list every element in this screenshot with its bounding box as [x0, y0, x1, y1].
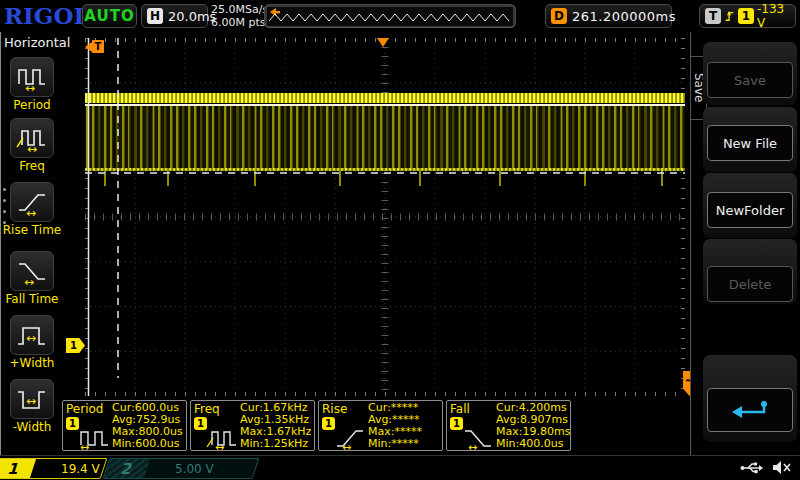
trigger-badge: T: [705, 8, 721, 24]
status-bar: RIGOL AUTO H 20.0ms 25.0MSa/s 6.00M pts …: [0, 0, 800, 32]
new-file-button[interactable]: New File: [707, 125, 793, 161]
channel2-status[interactable]: 2 5.00 V: [103, 458, 260, 479]
waveform-display[interactable]: T: [85, 38, 685, 396]
menu-item-plus-width[interactable]: ↔ +Width: [1, 315, 63, 370]
usb-icon: [740, 459, 764, 476]
menu-item-fall-time[interactable]: ↔ Fall Time: [1, 251, 63, 306]
graticule-grid: [85, 38, 685, 396]
sample-rate: 25.0MSa/s: [211, 3, 268, 16]
delay-value: 261.200000ms: [572, 9, 676, 24]
run-status-indicator: AUTO: [82, 4, 137, 28]
trigger-level-value: -133 V: [757, 2, 790, 30]
acquisition-info: 25.0MSa/s 6.00M pts: [211, 3, 268, 29]
measurement-bar: Period 1 ↔ Cur:600.0us Avg:752.9us Max:8…: [62, 400, 577, 452]
save-menu: Save Save New File NewFolder Delete: [690, 32, 800, 455]
menu-item-rise-time[interactable]: ↔ Rise Time: [1, 182, 63, 237]
svg-text:↔: ↔: [24, 275, 34, 286]
return-arrow-icon: [729, 398, 771, 422]
measure-panel-fall: Fall 1 ↔ Cur:4.200ms Avg:8.907ms Max:19.…: [446, 400, 571, 451]
edge-trigger-icon: [724, 8, 735, 24]
channel2-badge: 2: [104, 459, 150, 478]
horizontal-delay-chip[interactable]: D 261.200000ms: [545, 4, 672, 28]
svg-text:↔: ↔: [26, 394, 36, 408]
freq-icon: ↔: [205, 425, 241, 451]
rise-time-icon: ↔: [333, 425, 369, 451]
period-icon: ↔: [15, 62, 49, 92]
channel1-status[interactable]: 1 19.4 V: [0, 458, 107, 479]
memory-depth: 6.00M pts: [211, 16, 268, 29]
rise-time-icon: ↔: [15, 187, 49, 217]
plus-width-icon: ↔: [15, 320, 49, 350]
svg-text:↔: ↔: [468, 441, 477, 451]
period-icon: ↔: [77, 425, 113, 451]
minus-width-icon: ↔: [15, 384, 49, 414]
waveform-position-preview[interactable]: [264, 4, 516, 28]
svg-text:T: T: [95, 41, 102, 52]
trigger-chip[interactable]: T 1 -133 V: [699, 4, 796, 28]
svg-text:↔: ↔: [26, 331, 36, 345]
menu-item-minus-width[interactable]: ↔ -Width: [1, 379, 63, 434]
left-menu-title: Horizontal: [4, 35, 70, 50]
channel2-scale: 5.00 V: [175, 462, 214, 476]
delay-badge: D: [551, 8, 567, 24]
return-button[interactable]: [707, 388, 793, 432]
delete-button[interactable]: Delete: [707, 266, 793, 302]
timebase-value: 20.0ms: [168, 9, 216, 24]
menu-item-period[interactable]: ↔ Period: [1, 57, 63, 112]
svg-text:↔: ↔: [27, 142, 37, 153]
timebase-chip[interactable]: H 20.0ms: [141, 4, 208, 28]
channel1-scale: 19.4 V: [61, 462, 100, 476]
measure-panel-period: Period 1 ↔ Cur:600.0us Avg:752.9us Max:8…: [62, 400, 187, 451]
channel1-badge: 1: [0, 459, 36, 478]
measure-panel-freq: Freq 1 ↔ Cur:1.67kHz Avg:1.35kHz Max:1.6…: [190, 400, 315, 451]
run-status-label: AUTO: [84, 7, 134, 25]
measure-panel-rise: Rise 1 ↔ Cur:***** Avg:***** Max:***** M…: [318, 400, 443, 451]
svg-text:↔: ↔: [80, 441, 89, 451]
rigol-logo: RIGOL: [4, 2, 90, 29]
trigger-position-marker-icon[interactable]: [377, 38, 389, 47]
svg-text:↔: ↔: [25, 81, 35, 92]
freq-icon: ↔: [15, 123, 49, 153]
menu-item-freq[interactable]: ↔ Freq: [1, 118, 63, 173]
svg-text:↔: ↔: [342, 441, 351, 451]
svg-text:↔: ↔: [26, 206, 36, 217]
svg-text:↔: ↔: [215, 441, 224, 451]
horizontal-badge: H: [147, 8, 163, 24]
channel1-ground-marker[interactable]: 1: [66, 338, 85, 353]
fall-time-icon: ↔: [461, 425, 497, 451]
speaker-muted-icon: [772, 459, 792, 476]
channel-status-bar: 1 19.4 V 2 5.00 V: [0, 455, 800, 480]
save-button[interactable]: Save: [707, 62, 793, 98]
horizontal-measure-menu: Horizontal ↔ Period ↔ Freq ↔ Rise Time: [0, 32, 62, 455]
menu-page-dots: [3, 188, 6, 232]
new-folder-button[interactable]: NewFolder: [707, 192, 793, 228]
oscilloscope-screen: RIGOL AUTO H 20.0ms 25.0MSa/s 6.00M pts …: [0, 0, 800, 480]
fall-time-icon: ↔: [15, 256, 49, 286]
preview-waveform: [265, 5, 515, 28]
trigger-source-badge: 1: [738, 8, 754, 24]
